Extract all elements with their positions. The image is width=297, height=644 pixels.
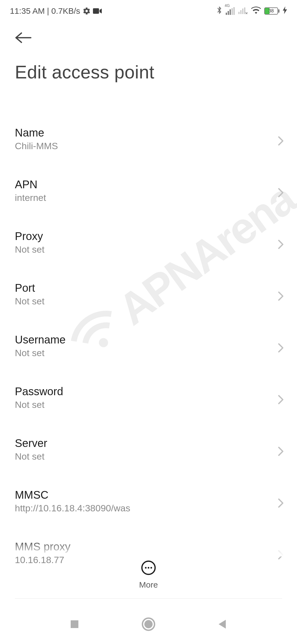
battery-icon: 38 [264, 7, 279, 15]
nav-recents-button[interactable] [69, 619, 80, 631]
svg-rect-7 [240, 10, 241, 14]
status-bar: 11:35 AM | 0.7KB/s 4G 38 [0, 0, 297, 22]
svg-rect-6 [238, 12, 240, 14]
row-port[interactable]: Port Not set [0, 271, 297, 323]
row-label: MMSC [15, 489, 282, 501]
row-value: Not set [15, 348, 282, 358]
row-label: Server [15, 437, 282, 449]
row-value: internet [15, 192, 282, 203]
chevron-right-icon [278, 188, 284, 199]
camera-icon [93, 8, 102, 14]
svg-rect-3 [230, 9, 231, 15]
net-speed-text: 0.7KB/s [51, 6, 80, 16]
svg-rect-1 [226, 13, 227, 15]
more-icon [141, 560, 156, 576]
chevron-right-icon [278, 498, 284, 509]
row-password[interactable]: Password Not set [0, 374, 297, 426]
chevron-right-icon [278, 446, 284, 457]
chevron-right-icon [278, 395, 284, 406]
divider [15, 598, 282, 599]
bluetooth-icon [216, 6, 222, 17]
svg-point-13 [150, 567, 152, 569]
row-mmsc[interactable]: MMSC http://10.16.18.4:38090/was [0, 478, 297, 530]
signal-nosim-icon [238, 6, 248, 16]
svg-rect-5 [233, 7, 235, 15]
nav-back-button[interactable] [217, 619, 228, 631]
nav-home-button[interactable] [141, 617, 156, 632]
row-label: Username [15, 334, 282, 346]
settings-list: Name Chili-MMS APN internet Proxy Not se… [0, 116, 297, 581]
chevron-right-icon [278, 550, 284, 561]
svg-rect-9 [244, 7, 245, 14]
row-apn[interactable]: APN internet [0, 167, 297, 219]
signal-4g-icon: 4G [226, 7, 235, 15]
row-value: Not set [15, 399, 282, 410]
svg-point-12 [148, 567, 149, 569]
row-value: Not set [15, 451, 282, 462]
svg-rect-14 [71, 620, 78, 628]
row-value: Chili-MMS [15, 141, 282, 151]
row-proxy[interactable]: Proxy Not set [0, 219, 297, 271]
row-label: Port [15, 282, 282, 294]
wifi-icon [251, 6, 261, 16]
svg-point-16 [144, 620, 153, 628]
svg-point-11 [145, 567, 147, 569]
row-value: Not set [15, 296, 282, 307]
svg-rect-8 [242, 9, 243, 14]
row-label: Proxy [15, 230, 282, 242]
svg-rect-4 [232, 8, 233, 15]
row-value: Not set [15, 244, 282, 255]
row-label: APN [15, 178, 282, 191]
chevron-right-icon [278, 136, 284, 147]
row-label: Name [15, 127, 282, 139]
bolt-icon [283, 6, 287, 16]
row-server[interactable]: Server Not set [0, 426, 297, 478]
chevron-right-icon [278, 343, 284, 354]
svg-rect-2 [228, 11, 229, 15]
svg-rect-0 [93, 8, 99, 14]
nav-bar [0, 605, 297, 644]
row-label: MMS proxy [15, 541, 282, 553]
more-label: More [139, 580, 158, 590]
page-title: Edit access point [15, 62, 282, 83]
row-value: http://10.16.18.4:38090/was [15, 503, 282, 514]
chevron-right-icon [278, 239, 284, 250]
row-label: Password [15, 385, 282, 398]
clock-text: 11:35 AM [10, 6, 45, 16]
chevron-right-icon [278, 291, 284, 302]
back-button[interactable] [15, 30, 32, 47]
more-button[interactable]: More [0, 560, 297, 590]
row-name[interactable]: Name Chili-MMS [0, 116, 297, 167]
row-username[interactable]: Username Not set [0, 323, 297, 374]
gear-icon [82, 7, 91, 15]
